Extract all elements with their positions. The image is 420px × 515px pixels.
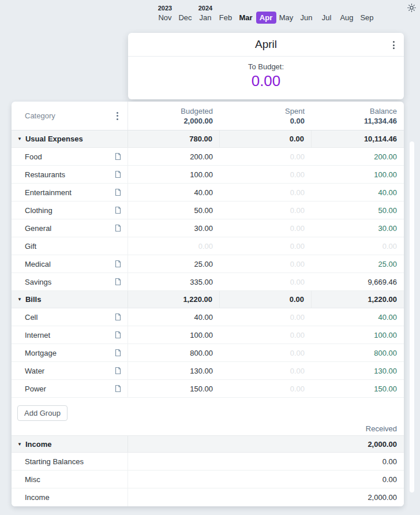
received-cell[interactable]: 0.00 (312, 453, 404, 470)
balance-cell[interactable]: 40.00 (312, 308, 404, 326)
year-label (357, 5, 377, 12)
spent-cell[interactable]: 0.00 (220, 184, 312, 201)
category-name[interactable]: Cell (25, 313, 114, 322)
budgeted-cell[interactable]: 100.00 (128, 326, 220, 344)
note-button[interactable] (114, 349, 122, 357)
month-nov[interactable]: Nov (155, 12, 175, 24)
month-jul[interactable]: Jul (317, 12, 337, 24)
category-name[interactable]: Mortgage (25, 349, 114, 357)
note-icon (114, 260, 122, 268)
balance-cell[interactable]: 100.00 (312, 326, 404, 344)
note-button[interactable] (114, 188, 122, 196)
balance-cell[interactable]: 100.00 (312, 166, 404, 183)
category-name[interactable]: Food (25, 152, 114, 161)
budgeted-cell[interactable]: 0.00 (128, 237, 220, 255)
note-button[interactable] (114, 152, 122, 161)
category-name[interactable]: General (25, 224, 114, 233)
income-group-row[interactable]: ▼ Income 2,000.00 (12, 435, 404, 453)
group-name-cell[interactable]: ▼Bills (12, 291, 128, 308)
spent-cell[interactable]: 0.00 (220, 308, 312, 326)
spent-cell[interactable]: 0.00 (220, 326, 312, 344)
theme-toggle-button[interactable] (407, 3, 416, 14)
budgeted-cell[interactable]: 30.00 (128, 219, 220, 237)
month-jan[interactable]: Jan (196, 12, 216, 24)
balance-cell[interactable]: 130.00 (312, 362, 404, 379)
budgeted-cell[interactable]: 200.00 (128, 148, 220, 165)
category-name[interactable]: Starting Balances (25, 457, 84, 466)
budgeted-cell[interactable]: 800.00 (128, 344, 220, 361)
category-name[interactable]: Savings (25, 278, 114, 286)
category-name[interactable]: Medical (25, 260, 114, 268)
spent-cell[interactable]: 0.00 (220, 344, 312, 361)
note-button[interactable] (114, 278, 122, 286)
category-name[interactable]: Restaurants (25, 170, 114, 179)
category-menu-button[interactable] (115, 111, 119, 121)
year-label (297, 5, 317, 12)
collapse-arrow-icon[interactable]: ▼ (17, 297, 22, 302)
note-icon (114, 385, 122, 393)
income-group-name-cell[interactable]: ▼ Income (12, 436, 128, 452)
balance-cell[interactable]: 0.00 (312, 237, 404, 255)
spent-cell[interactable]: 0.00 (220, 201, 312, 219)
note-button[interactable] (114, 206, 122, 214)
collapse-arrow-icon[interactable]: ▼ (17, 442, 22, 447)
scrollbar-thumb[interactable] (410, 141, 414, 492)
budgeted-cell[interactable]: 50.00 (128, 201, 220, 219)
month-sep[interactable]: Sep (357, 12, 377, 24)
spent-cell[interactable]: 0.00 (220, 166, 312, 183)
spent-cell[interactable]: 0.00 (220, 148, 312, 165)
budgeted-cell[interactable]: 130.00 (128, 362, 220, 379)
add-group-button[interactable]: Add Group (17, 405, 68, 421)
month-menu-button[interactable] (392, 40, 396, 50)
balance-cell[interactable]: 30.00 (312, 219, 404, 237)
spent-cell[interactable]: 0.00 (220, 219, 312, 237)
balance-cell[interactable]: 800.00 (312, 344, 404, 361)
budgeted-cell[interactable]: 150.00 (128, 380, 220, 397)
balance-cell[interactable]: 25.00 (312, 255, 404, 273)
note-button[interactable] (114, 385, 122, 393)
balance-cell[interactable]: 50.00 (312, 201, 404, 219)
category-name[interactable]: Internet (25, 331, 114, 339)
category-name[interactable]: Misc (25, 475, 40, 484)
budgeted-cell[interactable]: 25.00 (128, 255, 220, 273)
category-name[interactable]: Water (25, 367, 114, 375)
note-button[interactable] (114, 367, 122, 375)
note-button[interactable] (114, 331, 122, 339)
budgeted-cell[interactable]: 100.00 (128, 166, 220, 183)
note-button[interactable] (114, 224, 122, 232)
spent-cell[interactable]: 0.00 (220, 237, 312, 255)
month-dec[interactable]: Dec (175, 12, 196, 24)
spent-cell[interactable]: 0.00 (220, 255, 312, 273)
spent-cell[interactable]: 0.00 (220, 380, 312, 397)
group-row[interactable]: ▼Bills1,220.000.001,220.00 (12, 291, 404, 308)
received-cell[interactable]: 2,000.00 (312, 488, 404, 506)
balance-cell[interactable]: 40.00 (312, 184, 404, 201)
category-name[interactable]: Power (25, 385, 114, 393)
month-mar[interactable]: Mar (236, 12, 256, 24)
budgeted-cell[interactable]: 40.00 (128, 308, 220, 326)
balance-cell[interactable]: 150.00 (312, 380, 404, 397)
to-budget-value[interactable]: 0.00 (128, 72, 404, 90)
balance-cell[interactable]: 9,669.46 (312, 273, 404, 290)
category-name[interactable]: Income (25, 493, 50, 502)
balance-cell[interactable]: 200.00 (312, 148, 404, 165)
collapse-arrow-icon[interactable]: ▼ (17, 136, 22, 141)
group-row[interactable]: ▼Usual Expenses780.000.0010,114.46 (12, 130, 404, 148)
received-cell[interactable]: 0.00 (312, 471, 404, 488)
budgeted-cell[interactable]: 335.00 (128, 273, 220, 290)
spent-cell[interactable]: 0.00 (220, 362, 312, 379)
month-aug[interactable]: Aug (337, 12, 357, 24)
month-may[interactable]: May (276, 12, 297, 24)
group-name-cell[interactable]: ▼Usual Expenses (12, 130, 128, 147)
note-button[interactable] (114, 170, 122, 178)
category-name[interactable]: Clothing (25, 206, 114, 215)
note-button[interactable] (114, 260, 122, 268)
category-name[interactable]: Entertainment (25, 188, 114, 197)
budgeted-cell[interactable]: 40.00 (128, 184, 220, 201)
month-jun[interactable]: Jun (297, 12, 317, 24)
spent-cell[interactable]: 0.00 (220, 273, 312, 290)
month-feb[interactable]: Feb (216, 12, 236, 24)
note-button[interactable] (114, 313, 122, 321)
month-apr[interactable]: Apr (256, 12, 276, 24)
category-name[interactable]: Gift (25, 242, 127, 251)
